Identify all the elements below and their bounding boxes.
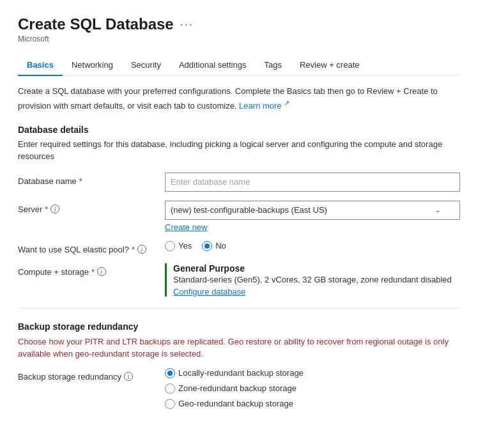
elastic-pool-row: Want to use SQL elastic pool? * i Yes No: [18, 241, 460, 254]
required-marker: *: [91, 267, 95, 277]
backup-geo-redundant-label: Geo-redundant backup storage: [178, 399, 293, 408]
tab-security[interactable]: Security: [122, 55, 170, 76]
backup-info-text: Choose how your PITR and LTR backups are…: [18, 336, 460, 360]
server-control: (new) test-configurable-backups (East US…: [165, 201, 460, 232]
backup-geo-redundant-radio[interactable]: [165, 399, 175, 409]
backup-zone-redundant-option[interactable]: Zone-redundant backup storage: [165, 383, 460, 394]
database-name-row: Database name *: [18, 173, 460, 192]
elastic-pool-yes-radio[interactable]: [165, 241, 175, 251]
database-details-title: Database details: [18, 125, 460, 135]
database-name-control: [165, 173, 460, 192]
subtitle: Microsoft: [18, 35, 460, 43]
backup-locally-redundant-label: Locally-redundant backup storage: [178, 368, 304, 378]
required-marker: *: [79, 176, 82, 186]
elastic-pool-yes-label: Yes: [178, 241, 192, 251]
backup-redundancy-info-icon[interactable]: i: [124, 372, 133, 381]
database-details-description: Enter required settings for this databas…: [18, 139, 460, 162]
configure-database-link[interactable]: Configure database: [173, 287, 460, 297]
tab-basics[interactable]: Basics: [18, 55, 63, 76]
server-row: Server * i (new) test-configurable-backu…: [18, 201, 460, 232]
backup-warning-text: Choose how your PITR and LTR backups are…: [18, 337, 449, 359]
elastic-pool-no-radio[interactable]: [202, 241, 212, 251]
backup-redundancy-label: Backup storage redundancy i: [18, 368, 165, 382]
backup-redundancy-control: Locally-redundant backup storage Zone-re…: [165, 368, 460, 409]
learn-more-link[interactable]: Learn more ↗: [239, 101, 289, 111]
compute-storage-info-icon[interactable]: i: [97, 267, 106, 276]
backup-redundancy-row: Backup storage redundancy i Locally-redu…: [18, 368, 460, 409]
server-info-icon[interactable]: i: [50, 205, 59, 213]
compute-box: General Purpose Standard-series (Gen5), …: [165, 263, 460, 297]
elastic-pool-radio-group: Yes No: [165, 241, 460, 251]
backup-redundancy-radio-group: Locally-redundant backup storage Zone-re…: [165, 368, 460, 409]
tab-additional-settings[interactable]: Additional settings: [170, 55, 256, 76]
chevron-down-icon: ⌄: [435, 206, 440, 213]
server-label: Server * i: [18, 201, 165, 214]
compute-storage-row: Compute + storage * i General Purpose St…: [18, 263, 460, 297]
elastic-pool-no-option[interactable]: No: [202, 241, 226, 251]
ellipsis-menu-button[interactable]: ···: [180, 18, 194, 31]
compute-storage-control: General Purpose Standard-series (Gen5), …: [165, 263, 460, 297]
compute-storage-label: Compute + storage * i: [18, 263, 165, 277]
basics-description: Create a SQL database with your preferre…: [18, 85, 460, 112]
tab-networking[interactable]: Networking: [63, 55, 122, 76]
page-title: Create SQL Database: [18, 15, 174, 33]
backup-zone-redundant-radio[interactable]: [165, 383, 175, 394]
elastic-pool-no-label: No: [215, 241, 226, 251]
elastic-pool-label: Want to use SQL elastic pool? * i: [18, 241, 165, 254]
elastic-pool-yes-option[interactable]: Yes: [165, 241, 192, 251]
backup-locally-redundant-radio[interactable]: [165, 368, 175, 378]
tab-review-create[interactable]: Review + create: [291, 55, 369, 76]
backup-zone-redundant-label: Zone-redundant backup storage: [178, 383, 297, 393]
compute-tier-name: General Purpose: [173, 263, 460, 274]
radio-selected-dot: [204, 243, 210, 249]
elastic-pool-control: Yes No: [165, 241, 460, 251]
server-value: (new) test-configurable-backups (East US…: [171, 205, 327, 215]
tab-tags[interactable]: Tags: [255, 55, 290, 76]
required-marker: *: [45, 205, 48, 214]
database-name-label: Database name *: [18, 173, 165, 186]
backup-locally-redundant-option[interactable]: Locally-redundant backup storage: [165, 368, 460, 378]
server-dropdown[interactable]: (new) test-configurable-backups (East US…: [165, 201, 460, 220]
create-new-server-link[interactable]: Create new: [165, 222, 460, 232]
radio-selected-dot: [167, 371, 173, 376]
section-divider: [18, 308, 460, 309]
required-marker: *: [132, 245, 135, 254]
backup-section-title: Backup storage redundancy: [18, 321, 460, 332]
tabs-container: Basics Networking Security Additional se…: [18, 55, 460, 76]
compute-tier-desc: Standard-series (Gen5), 2 vCores, 32 GB …: [173, 275, 460, 284]
database-name-input[interactable]: [165, 173, 460, 192]
elastic-pool-info-icon[interactable]: i: [137, 245, 146, 254]
external-link-icon: ↗: [284, 99, 289, 107]
backup-geo-redundant-option[interactable]: Geo-redundant backup storage: [165, 399, 460, 409]
